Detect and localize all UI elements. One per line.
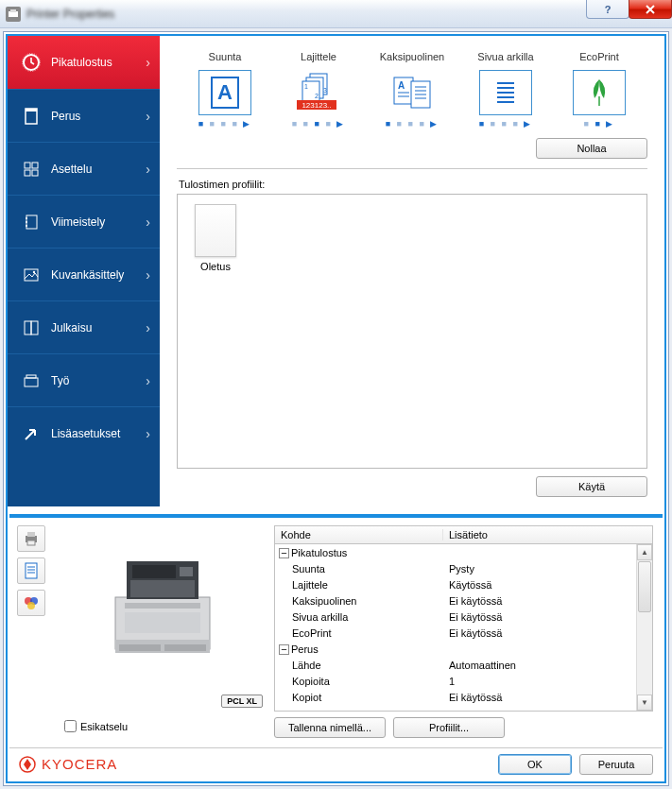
binder-icon: [21, 212, 42, 232]
preview-checkbox-input[interactable]: [64, 720, 77, 732]
driver-badge: PCL XL: [221, 695, 263, 708]
quick-label: Suunta: [182, 51, 267, 62]
sidebar-item-label: Viimeistely: [51, 215, 105, 229]
scroll-down-icon[interactable]: ▼: [637, 695, 652, 711]
setting-value: 1: [443, 676, 455, 687]
sidebar-item-asettelu[interactable]: Asettelu ›: [8, 142, 160, 195]
setting-value: Ei käytössä: [443, 611, 502, 623]
sidebar-item-perus[interactable]: Perus ›: [8, 89, 160, 142]
svg-rect-9: [25, 170, 30, 176]
svg-text:?: ?: [605, 4, 612, 15]
svg-point-16: [33, 270, 35, 272]
arrow-up-right-icon: [21, 423, 42, 444]
reset-button[interactable]: Nollaa: [536, 138, 647, 159]
setting-value: Käytössä: [443, 579, 491, 591]
image-icon: [21, 265, 42, 285]
sidebar-item-pikatulostus[interactable]: Pikatulostus ›: [8, 36, 160, 89]
sidebar-item-label: Kuvankäsittely: [51, 268, 124, 282]
pager-dots: ■ ■ ■ ■ ▶: [276, 119, 361, 129]
chevron-right-icon: ›: [146, 320, 150, 335]
setting-value: Automaattinen: [443, 660, 516, 671]
preview-checkbox[interactable]: Esikatselu: [64, 720, 128, 732]
svg-rect-46: [27, 532, 35, 537]
svg-rect-6: [26, 109, 37, 111]
titlebar: Printer Properties ?: [0, 0, 672, 28]
help-button[interactable]: ?: [586, 0, 629, 19]
apply-button[interactable]: Käytä: [536, 476, 647, 497]
sidebar-item-tyo[interactable]: Työ ›: [8, 353, 160, 406]
setting-key: Kopioita: [275, 676, 443, 687]
brand-name: KYOCERA: [42, 756, 117, 772]
tool-color-icon[interactable]: [17, 590, 45, 616]
sidebar-item-julkaisu[interactable]: Julkaisu ›: [8, 300, 160, 353]
footer: KYOCERA OK Peruuta: [9, 747, 663, 780]
svg-text:2: 2: [315, 93, 319, 99]
pager-dots: ■ ■ ■ ■ ▶: [370, 119, 455, 129]
quick-option-kaksipuolinen[interactable]: Kaksipuolinen A ■ ■ ■ ■ ▶: [370, 51, 455, 129]
close-button[interactable]: [629, 0, 672, 19]
sidebar-item-lisaasetukset[interactable]: Lisäasetukset ›: [8, 406, 160, 459]
svg-point-54: [27, 602, 35, 609]
profile-thumbnail: [195, 204, 236, 257]
job-icon: [21, 370, 42, 391]
profiles-label: Tulostimen profiilit:: [179, 179, 647, 190]
sidebar-item-viimeistely[interactable]: Viimeistely ›: [8, 195, 160, 248]
svg-text:A: A: [217, 80, 233, 104]
setting-key: Lähde: [275, 660, 443, 671]
sidebar: Pikatulostus › Perus › Asettelu ›: [8, 36, 160, 506]
tool-page-icon[interactable]: [17, 557, 45, 584]
quick-option-sivua-arkilla[interactable]: Sivua arkilla ■ ■ ■ ■ ▶: [463, 51, 548, 129]
sidebar-item-label: Perus: [51, 110, 80, 123]
tool-printer-icon[interactable]: [17, 525, 45, 552]
quick-option-lajittele[interactable]: Lajittele 123123123.. ■ ■ ■ ■ ▶: [276, 51, 361, 129]
profiles-button[interactable]: Profiilit...: [393, 717, 505, 738]
svg-point-14: [26, 225, 27, 227]
sidebar-item-kuvankasittely[interactable]: Kuvankäsittely ›: [8, 248, 160, 300]
profile-oletus[interactable]: Oletus: [187, 204, 244, 272]
svg-rect-62: [180, 567, 193, 576]
scrollbar[interactable]: ▲ ▼: [636, 544, 652, 711]
sidebar-item-label: Työ: [51, 374, 69, 387]
page-icon: [21, 106, 42, 127]
scroll-up-icon[interactable]: ▲: [637, 544, 652, 560]
save-as-button[interactable]: Tallenna nimellä...: [274, 717, 386, 738]
ok-button[interactable]: OK: [498, 754, 572, 775]
svg-rect-60: [130, 580, 195, 597]
setting-value: Ei käytössä: [443, 595, 502, 607]
settings-body[interactable]: −Pikatulostus SuuntaPysty LajitteleKäytö…: [274, 544, 653, 712]
group-name: Pikatulostus: [291, 547, 347, 558]
setting-key: Lajittele: [275, 579, 443, 591]
chevron-right-icon: ›: [146, 426, 150, 441]
quick-option-suunta[interactable]: Suunta A ■ ■ ■ ■ ▶: [182, 51, 267, 129]
svg-text:1: 1: [304, 83, 308, 90]
column-value: Lisätieto: [443, 529, 493, 540]
svg-rect-7: [25, 163, 30, 168]
brand-logo-icon: [19, 756, 36, 773]
svg-rect-63: [125, 603, 200, 609]
setting-value: Pysty: [443, 563, 474, 575]
chevron-right-icon: ›: [146, 373, 150, 388]
svg-text:3: 3: [323, 87, 327, 94]
svg-text:123123..: 123123..: [302, 101, 331, 110]
quick-label: Kaksipuolinen: [370, 51, 455, 62]
svg-text:A: A: [398, 80, 405, 91]
grid-icon: [21, 159, 42, 180]
setting-value: Ei käytössä: [443, 627, 502, 639]
setting-key: Kopiot: [275, 692, 443, 703]
cancel-button[interactable]: Peruuta: [579, 754, 653, 775]
group-name: Perus: [291, 643, 319, 655]
setting-key: Kaksipuolinen: [275, 595, 443, 607]
svg-point-13: [26, 221, 27, 223]
setting-key: Sivua arkilla: [275, 611, 443, 623]
sidebar-item-label: Pikatulostus: [51, 56, 112, 69]
svg-rect-17: [25, 321, 31, 334]
sidebar-item-label: Julkaisu: [51, 321, 92, 334]
quick-option-ecoprint[interactable]: EcoPrint ■ ■ ▶: [557, 51, 642, 129]
content-panel: Suunta A ■ ■ ■ ■ ▶ Lajittele 123123123..…: [160, 36, 664, 506]
chevron-right-icon: ›: [146, 214, 150, 230]
sidebar-item-label: Lisäasetukset: [51, 427, 120, 440]
chevron-right-icon: ›: [146, 55, 150, 70]
svg-rect-20: [26, 375, 36, 378]
scroll-thumb[interactable]: [638, 561, 651, 612]
column-key: Kohde: [275, 529, 443, 540]
